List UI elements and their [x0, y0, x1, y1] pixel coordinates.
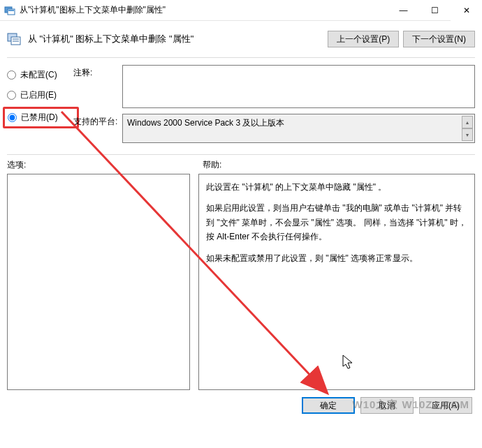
options-pane — [7, 174, 190, 390]
comment-row: 注释: — [73, 65, 475, 108]
watermark: W10之家 W10ZJ.COM — [352, 398, 469, 412]
policy-icon — [7, 31, 22, 47]
platform-label: 支持的平台: — [73, 114, 122, 128]
close-button[interactable]: ✕ — [451, 0, 482, 21]
help-paragraph: 如果启用此设置，则当用户右键单击 "我的电脑" 或单击 "计算机" 并转到 "文… — [206, 201, 467, 244]
radio-enabled[interactable]: 已启用(E) — [7, 89, 73, 101]
policy-title: 从 "计算机" 图标上下文菜单中删除 "属性" — [28, 33, 323, 45]
config-area: 未配置(C) 已启用(E) 已禁用(D) 注释: 支持的平台: Windows … — [0, 65, 482, 149]
radio-disabled-label: 已禁用(D) — [21, 112, 58, 124]
panes-labels: 选项: 帮助: — [0, 159, 482, 171]
spinner-down[interactable]: ▾ — [462, 128, 473, 141]
platform-box: Windows 2000 Service Pack 3 及以上版本 ▴ ▾ — [122, 114, 475, 143]
ok-button[interactable]: 确定 — [302, 397, 355, 414]
maximize-button[interactable]: ☐ — [419, 0, 451, 21]
window-title: 从"计算机"图标上下文菜单中删除"属性" — [20, 4, 388, 16]
radio-disabled[interactable]: 已禁用(D) — [8, 112, 74, 124]
panes: 此设置在 "计算机" 的上下文菜单中隐藏 "属性" 。 如果启用此设置，则当用户… — [0, 174, 482, 390]
radio-enabled-label: 已启用(E) — [20, 89, 57, 101]
next-setting-button[interactable]: 下一个设置(N) — [403, 31, 475, 47]
platform-row: 支持的平台: Windows 2000 Service Pack 3 及以上版本… — [73, 114, 475, 143]
state-column: 未配置(C) 已启用(E) 已禁用(D) — [7, 65, 73, 149]
title-bar: 从"计算机"图标上下文菜单中删除"属性" — ☐ ✕ — [0, 0, 482, 21]
divider — [7, 57, 475, 58]
divider — [7, 154, 475, 155]
options-label: 选项: — [7, 159, 196, 171]
platform-spinner: ▴ ▾ — [462, 116, 473, 141]
help-label: 帮助: — [196, 159, 475, 171]
radio-not-configured-input[interactable] — [7, 70, 16, 80]
state-radio-group: 未配置(C) 已启用(E) 已禁用(D) — [7, 69, 73, 128]
help-paragraph: 如果未配置或禁用了此设置，则 "属性" 选项将正常显示。 — [206, 251, 467, 265]
minimize-icon: — — [400, 6, 408, 15]
app-icon — [4, 5, 15, 16]
radio-disabled-input[interactable] — [8, 113, 17, 122]
comment-input[interactable] — [122, 65, 475, 108]
svg-rect-2 — [8, 10, 14, 11]
minimize-button[interactable]: — — [388, 0, 419, 21]
help-pane: 此设置在 "计算机" 的上下文菜单中隐藏 "属性" 。 如果启用此设置，则当用户… — [198, 174, 475, 390]
fields-column: 注释: 支持的平台: Windows 2000 Service Pack 3 及… — [73, 65, 475, 149]
radio-enabled-input[interactable] — [7, 91, 16, 100]
maximize-icon: ☐ — [431, 6, 439, 15]
spinner-up[interactable]: ▴ — [462, 116, 473, 128]
close-icon: ✕ — [463, 6, 470, 15]
radio-not-configured[interactable]: 未配置(C) — [7, 69, 73, 81]
comment-label: 注释: — [73, 65, 122, 79]
header-row: 从 "计算机" 图标上下文菜单中删除 "属性" 上一个设置(P) 下一个设置(N… — [0, 21, 482, 54]
highlight-box: 已禁用(D) — [3, 107, 79, 128]
help-paragraph: 此设置在 "计算机" 的上下文菜单中隐藏 "属性" 。 — [206, 180, 467, 194]
platform-value: Windows 2000 Service Pack 3 及以上版本 — [127, 118, 284, 128]
previous-setting-button[interactable]: 上一个设置(P) — [328, 31, 399, 47]
radio-not-configured-label: 未配置(C) — [20, 69, 57, 81]
